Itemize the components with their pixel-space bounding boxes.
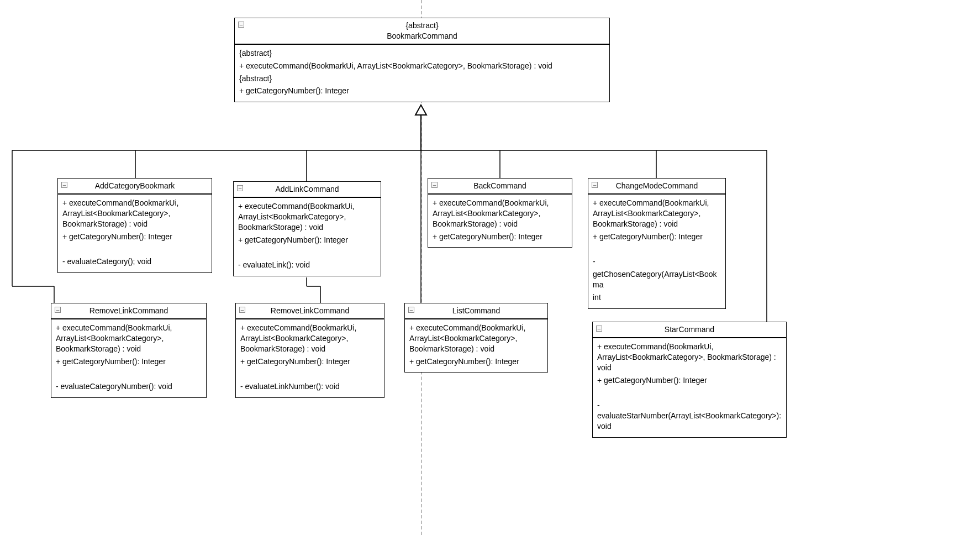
uml-class-bookmarkcommand: {abstract} BookmarkCommand {abstract} + … <box>234 18 610 102</box>
collapse-icon[interactable] <box>596 326 602 332</box>
member: + executeCommand(BookmarkUi, ArrayList<B… <box>597 342 782 373</box>
class-header: {abstract} BookmarkCommand <box>235 18 609 44</box>
member: + executeCommand(BookmarkUi, ArrayList<B… <box>433 198 567 229</box>
member <box>62 244 207 254</box>
member: + getCategoryNumber(): Integer <box>409 356 543 367</box>
class-name: ChangeModeCommand <box>592 181 722 191</box>
collapse-icon[interactable] <box>408 307 414 313</box>
member: - evaluateLinkNumber(): void <box>240 381 380 392</box>
class-name: StarCommand <box>596 324 783 335</box>
member: + getCategoryNumber(): Integer <box>593 232 721 242</box>
collapse-icon[interactable] <box>238 22 244 28</box>
collapse-icon[interactable] <box>61 182 67 188</box>
member <box>56 369 202 379</box>
collapse-icon[interactable] <box>239 307 245 313</box>
class-name: AddLinkCommand <box>237 184 377 195</box>
class-body: {abstract} + executeCommand(BookmarkUi, … <box>235 45 609 102</box>
member: + getCategoryNumber(): Integer <box>433 232 567 242</box>
member: + executeCommand(BookmarkUi, ArrayList<B… <box>238 201 376 233</box>
member: int <box>593 292 721 303</box>
member: - evaluateCategoryNumber(): void <box>56 381 202 392</box>
member: {abstract} <box>239 74 605 84</box>
uml-class-listcommand: ListCommand + executeCommand(BookmarkUi,… <box>404 303 548 373</box>
member <box>238 247 376 258</box>
member <box>593 244 721 254</box>
member: + executeCommand(BookmarkUi, ArrayList<B… <box>409 323 543 354</box>
member: + getCategoryNumber(): Integer <box>62 232 207 242</box>
uml-class-backcommand: BackCommand + executeCommand(BookmarkUi,… <box>428 178 572 248</box>
class-name: BackCommand <box>431 181 568 191</box>
uml-class-starcommand: StarCommand + executeCommand(BookmarkUi,… <box>592 322 787 438</box>
member: + getCategoryNumber(): Integer <box>238 235 376 245</box>
uml-class-removelinkcommand-2: RemoveLinkCommand + executeCommand(Bookm… <box>235 303 384 398</box>
class-name: RemoveLinkCommand <box>55 306 203 316</box>
class-name: BookmarkCommand <box>238 31 606 41</box>
uml-class-addlinkcommand: AddLinkCommand + executeCommand(Bookmark… <box>233 181 381 276</box>
collapse-icon[interactable] <box>431 182 438 188</box>
member: getChosenCategory(ArrayList<Bookma <box>593 269 721 290</box>
member: + executeCommand(BookmarkUi, ArrayList<B… <box>56 323 202 354</box>
member: - evaluateLink(): void <box>238 260 376 270</box>
class-name: RemoveLinkCommand <box>239 306 381 316</box>
member: {abstract} <box>239 48 605 59</box>
collapse-icon[interactable] <box>237 185 243 191</box>
member <box>240 369 380 379</box>
member: + getCategoryNumber(): Integer <box>56 356 202 367</box>
member: + getCategoryNumber(): Integer <box>239 86 605 96</box>
class-name: ListCommand <box>408 306 544 316</box>
uml-class-changemodecommand: ChangeModeCommand + executeCommand(Bookm… <box>588 178 726 309</box>
member <box>597 387 782 398</box>
member: + executeCommand(BookmarkUi, ArrayList<B… <box>62 198 207 229</box>
member: - evaluateStarNumber(ArrayList<BookmarkC… <box>597 400 782 432</box>
member: - <box>593 256 721 267</box>
collapse-icon[interactable] <box>592 182 598 188</box>
member: + executeCommand(BookmarkUi, ArrayList<B… <box>239 61 605 71</box>
class-name: AddCategoryBookmark <box>61 181 208 191</box>
stereotype: {abstract} <box>238 20 606 31</box>
collapse-icon[interactable] <box>55 307 61 313</box>
uml-class-removelinkcommand-1: RemoveLinkCommand + executeCommand(Bookm… <box>51 303 207 398</box>
member: + executeCommand(BookmarkUi, ArrayList<B… <box>240 323 380 354</box>
uml-class-addcategorybookmark: AddCategoryBookmark + executeCommand(Boo… <box>57 178 212 273</box>
uml-canvas: {abstract} BookmarkCommand {abstract} + … <box>0 0 980 535</box>
member: + executeCommand(BookmarkUi, ArrayList<B… <box>593 198 721 229</box>
member: + getCategoryNumber(): Integer <box>597 375 782 386</box>
member: + getCategoryNumber(): Integer <box>240 356 380 367</box>
member: - evaluateCategory(); void <box>62 256 207 267</box>
